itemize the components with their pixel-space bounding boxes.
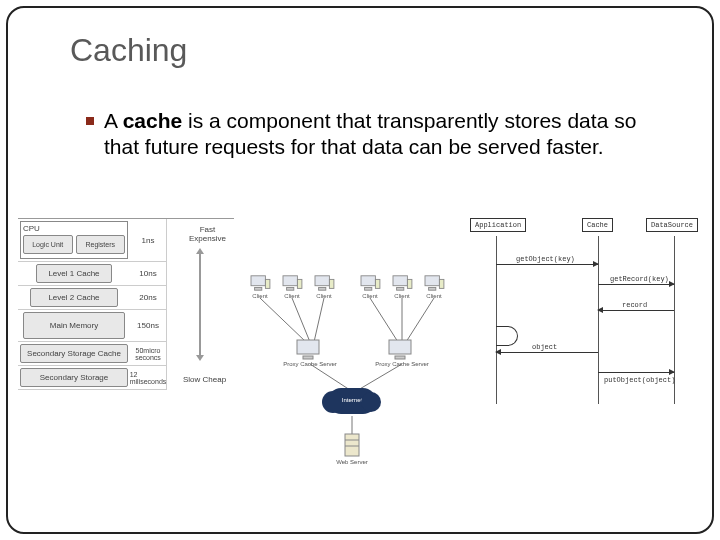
time-3: 150ns (130, 310, 166, 342)
svg-rect-19 (365, 288, 372, 291)
bullet-row: A cache is a component that transparentl… (86, 108, 672, 159)
label-record: record (622, 301, 647, 309)
time-2: 20ns (130, 286, 166, 310)
speed-axis: Fast Expensive Slow Cheap (166, 219, 232, 390)
client-label: Client (310, 293, 338, 299)
actor-cache: Cache (582, 218, 613, 232)
svg-rect-15 (315, 276, 329, 286)
svg-rect-30 (395, 356, 405, 359)
sequence-diagram: Application Cache DataSource getObject(k… (470, 218, 708, 518)
svg-rect-24 (425, 276, 439, 286)
bullet-icon (86, 117, 94, 125)
proxy-topology-diagram: Client Client Client Client Client Clien… (242, 218, 462, 518)
label-getobject: getObject(key) (516, 255, 575, 263)
sec-storage: Secondary Storage (20, 368, 128, 387)
svg-rect-20 (375, 279, 380, 288)
l1-cache: Level 1 Cache (36, 264, 112, 283)
svg-rect-14 (297, 279, 302, 288)
svg-rect-31 (345, 434, 359, 456)
slow-label: Slow Cheap (183, 375, 226, 384)
svg-rect-25 (429, 288, 436, 291)
main-memory: Main Memory (23, 312, 125, 339)
fast-label: Fast Expensive (183, 225, 232, 243)
label-putobject: putObject(object) (604, 376, 675, 384)
client-label: Client (388, 293, 416, 299)
cloud-label: Internet (328, 397, 376, 403)
bullet-bold: cache (123, 109, 183, 132)
client-label: Client (246, 293, 274, 299)
slide-frame: Caching A cache is a component that tran… (6, 6, 714, 534)
diagram-area: CPU Logic Unit Registers 1ns Fast Expens… (18, 218, 702, 518)
time-0: 1ns (130, 219, 166, 262)
bullet-rest: is a component that transparently stores… (104, 109, 636, 158)
svg-rect-17 (329, 279, 334, 288)
l2-cache: Level 2 Cache (30, 288, 119, 307)
svg-line-3 (370, 298, 398, 342)
bullet-prefix: A (104, 109, 123, 132)
svg-line-0 (260, 298, 306, 342)
cpu-label: CPU (23, 224, 125, 233)
svg-rect-12 (283, 276, 297, 286)
time-4: 50micro seconcs (130, 342, 166, 366)
time-1: 10ns (130, 262, 166, 286)
svg-rect-23 (407, 279, 412, 288)
svg-rect-9 (251, 276, 265, 286)
svg-rect-10 (255, 288, 262, 291)
svg-rect-27 (297, 340, 319, 354)
client-label: Client (278, 293, 306, 299)
self-call-loop (496, 326, 518, 346)
slide-title: Caching (70, 32, 712, 69)
client-label: Client (420, 293, 448, 299)
svg-line-7 (358, 364, 402, 390)
svg-line-5 (406, 298, 434, 342)
label-object: object (532, 343, 557, 351)
web-server-label: Web Server (330, 459, 374, 465)
client-label: Client (356, 293, 384, 299)
svg-rect-11 (265, 279, 270, 288)
proxy1-label: Proxy Cache Server (282, 361, 338, 367)
bullet-text: A cache is a component that transparentl… (104, 108, 672, 159)
svg-rect-18 (361, 276, 375, 286)
slide-body: A cache is a component that transparentl… (86, 108, 672, 159)
svg-line-6 (310, 364, 350, 390)
time-5: 12 miliseconds (130, 366, 166, 390)
internet-cloud-icon: Internet (328, 388, 376, 414)
speed-arrow-icon (199, 253, 201, 356)
svg-rect-13 (287, 288, 294, 291)
svg-line-1 (292, 298, 310, 342)
actor-datasource: DataSource (646, 218, 698, 232)
arrow-getrecord (598, 284, 674, 285)
label-getrecord: getRecord(key) (610, 275, 669, 283)
svg-rect-16 (319, 288, 326, 291)
svg-rect-28 (303, 356, 313, 359)
sec-cache: Secondary Storage Cache (20, 344, 128, 363)
memory-hierarchy-diagram: CPU Logic Unit Registers 1ns Fast Expens… (18, 218, 234, 518)
cpu-registers: Registers (76, 235, 126, 254)
arrow-object (496, 352, 598, 353)
svg-rect-21 (393, 276, 407, 286)
svg-rect-29 (389, 340, 411, 354)
arrow-record (598, 310, 674, 311)
arrow-putobject (598, 372, 674, 373)
proxy2-label: Proxy Cache Server (374, 361, 430, 367)
svg-line-2 (314, 298, 324, 342)
cpu-logic-unit: Logic Unit (23, 235, 73, 254)
svg-rect-22 (397, 288, 404, 291)
lifeline-app (496, 236, 497, 404)
arrow-getobject (496, 264, 598, 265)
actor-application: Application (470, 218, 526, 232)
svg-rect-26 (439, 279, 444, 288)
